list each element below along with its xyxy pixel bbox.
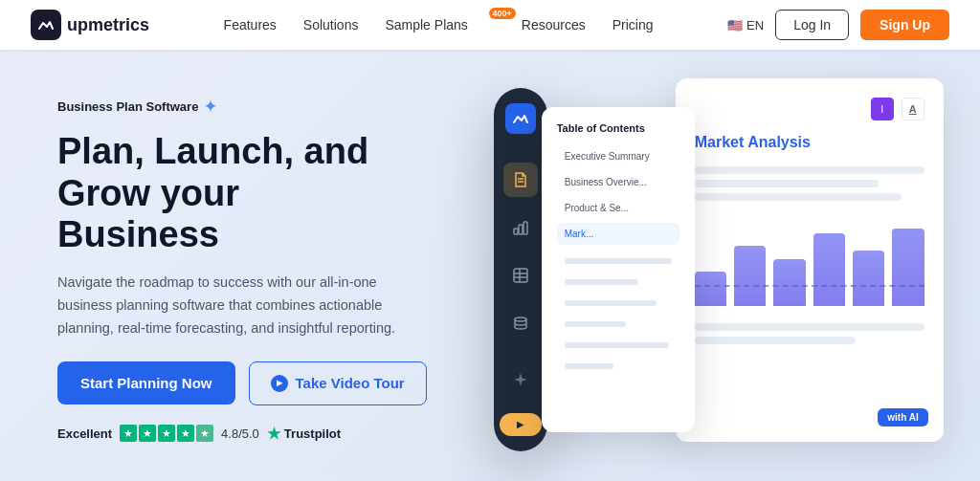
svg-rect-4	[523, 222, 527, 234]
content-line-2	[695, 180, 879, 187]
star-rating: ★ ★ ★ ★ ★	[120, 425, 213, 442]
chart-bar-5	[853, 251, 884, 307]
play-icon: ▶	[271, 375, 288, 392]
trust-score: 4.8/5.0	[221, 426, 259, 441]
svg-rect-2	[514, 229, 518, 234]
sample-plans-badge: 400+	[489, 8, 516, 19]
signup-button[interactable]: Sign Up	[860, 10, 949, 40]
toc-spacer-5	[565, 342, 669, 348]
trustpilot-row: Excellent ★ ★ ★ ★ ★ 4.8/5.0 ★ Trustpilot	[57, 425, 427, 443]
market-panel-header: I A	[695, 98, 924, 120]
sidebar-table-icon[interactable]	[503, 258, 538, 293]
header: upmetrics Features Solutions Sample Plan…	[0, 0, 980, 50]
language-selector[interactable]: 🇺🇸 EN	[727, 18, 764, 33]
star-3: ★	[158, 425, 175, 442]
nav-pricing[interactable]: Pricing	[612, 17, 654, 33]
star-4: ★	[177, 425, 194, 442]
sidebar-action-button[interactable]: ▶	[500, 413, 542, 436]
nav-solutions[interactable]: Solutions	[303, 17, 359, 33]
sparkle-icon: ✦	[204, 98, 216, 116]
flag-icon: 🇺🇸	[727, 18, 743, 33]
hero-badge: Business Plan Software ✦	[57, 98, 427, 116]
star-2: ★	[139, 425, 156, 442]
format-underline-button[interactable]: A	[902, 98, 924, 120]
main-nav: Features Solutions Sample Plans 400+ Res…	[180, 17, 697, 33]
trustpilot-logo[interactable]: ★ Trustpilot	[267, 425, 341, 443]
nav-features[interactable]: Features	[224, 17, 277, 33]
logo-icon	[31, 10, 61, 40]
hero-mockup: ▶ Table of Contents Executive Summary Bu…	[465, 50, 980, 481]
sidebar-document-icon[interactable]	[503, 163, 538, 197]
content-line-1	[695, 166, 924, 174]
toc-panel: Table of Contents Executive Summary Busi…	[542, 107, 695, 432]
toc-item-product[interactable]: Product & Se...	[557, 197, 679, 219]
toc-spacer-1	[565, 258, 672, 264]
hero-buttons: Start Planning Now ▶ Take Video Tour	[57, 361, 427, 405]
toc-spacer-6	[565, 363, 613, 369]
toc-spacer-2	[565, 279, 638, 285]
chart-bar-4	[813, 233, 845, 307]
trustpilot-star-icon: ★	[267, 425, 280, 443]
chart-bar-2	[734, 246, 766, 306]
toc-spacer-4	[565, 321, 626, 327]
nav-sample-plans[interactable]: Sample Plans 400+	[385, 17, 494, 33]
sidebar-logo-icon	[505, 103, 536, 134]
content-line-5	[695, 337, 856, 344]
sidebar-sparkle-icon[interactable]	[503, 363, 538, 398]
market-content	[695, 166, 924, 201]
sidebar-database-icon[interactable]	[503, 306, 538, 340]
toc-item-market[interactable]: Mark...	[557, 223, 679, 245]
content-line-3	[695, 193, 902, 201]
svg-rect-3	[519, 225, 523, 234]
login-button[interactable]: Log In	[775, 10, 849, 40]
nav-resources[interactable]: Resources	[522, 17, 586, 33]
hero-content: Business Plan Software ✦ Plan, Launch, a…	[0, 50, 465, 481]
chart-baseline	[695, 285, 924, 287]
chart-bar-6	[892, 229, 924, 306]
chart-bar-1	[695, 272, 726, 306]
toc-spacer-3	[565, 300, 657, 306]
star-5: ★	[196, 425, 213, 442]
with-ai-badge: with AI	[878, 408, 927, 426]
toc-item-business[interactable]: Business Overvie...	[557, 171, 679, 193]
hero-subtitle: Navigate the roadmap to success with our…	[57, 272, 421, 340]
start-planning-button[interactable]: Start Planning Now	[57, 361, 235, 404]
svg-point-9	[515, 317, 526, 321]
lang-text: EN	[746, 18, 764, 33]
logo-text: upmetrics	[67, 15, 149, 35]
hero-section: Business Plan Software ✦ Plan, Launch, a…	[0, 50, 980, 481]
toc-item-executive[interactable]: Executive Summary	[557, 145, 679, 167]
trust-label: Excellent	[57, 426, 112, 441]
video-tour-button[interactable]: ▶ Take Video Tour	[249, 361, 427, 405]
chart-bar-3	[773, 259, 805, 307]
toc-title: Table of Contents	[557, 122, 679, 134]
hero-title: Plan, Launch, and Grow your Business	[57, 131, 427, 256]
header-right: 🇺🇸 EN Log In Sign Up	[727, 10, 949, 40]
market-analysis-panel: I A Market Analysis	[676, 78, 944, 442]
star-1: ★	[120, 425, 137, 442]
app-sidebar-mockup: ▶	[494, 88, 547, 451]
logo[interactable]: upmetrics	[31, 10, 149, 40]
svg-rect-5	[514, 269, 527, 282]
sidebar-chart-icon[interactable]	[503, 210, 538, 245]
market-chart	[695, 220, 924, 316]
market-title: Market Analysis	[695, 134, 924, 151]
content-line-4	[695, 323, 924, 331]
format-bold-button[interactable]: I	[871, 98, 894, 120]
sidebar-bottom: ▶	[500, 363, 542, 436]
